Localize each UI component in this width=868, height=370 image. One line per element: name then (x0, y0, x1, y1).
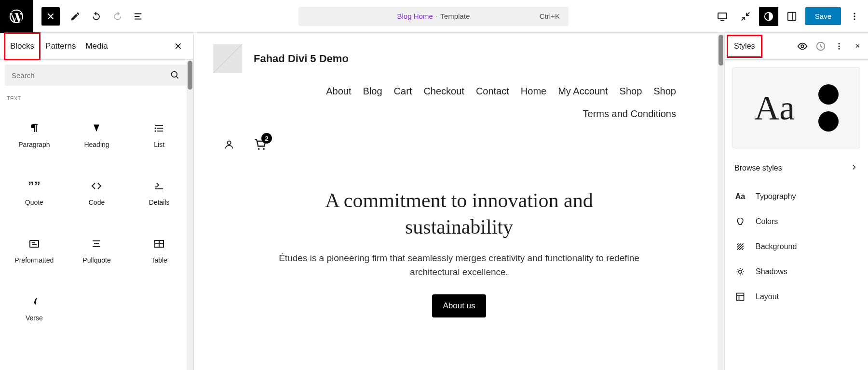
nav-link[interactable]: My Account (558, 86, 608, 97)
svg-rect-0 (718, 13, 727, 19)
tab-media[interactable]: Media (81, 34, 112, 59)
nav-link[interactable]: About (326, 86, 351, 97)
block-paragraph[interactable]: Paragraph (3, 106, 66, 164)
list-view-button[interactable] (129, 7, 149, 26)
chevron-right-icon (850, 163, 858, 173)
styles-panel: Styles ✕ Aa Browse styles (724, 33, 868, 370)
wordpress-logo[interactable] (0, 0, 33, 33)
close-inserter-button[interactable] (41, 7, 60, 26)
block-verse[interactable]: Verse (3, 279, 66, 337)
svg-rect-9 (30, 240, 39, 247)
title-separator: · (436, 13, 438, 20)
verse-icon (27, 295, 41, 308)
document-title-bar[interactable]: Blog Home · Template Ctrl+K (298, 7, 569, 26)
styles-background-row[interactable]: Background (733, 234, 859, 259)
table-icon (152, 237, 166, 251)
canvas-scrollbar-thumb[interactable] (719, 35, 723, 66)
cart-icon[interactable]: 2 (254, 138, 267, 153)
more-menu-icon[interactable] (830, 38, 848, 55)
svg-point-12 (258, 148, 260, 150)
svg-point-16 (839, 43, 840, 44)
revisions-icon[interactable] (812, 38, 829, 55)
shadows-icon (734, 266, 746, 278)
svg-point-19 (739, 270, 742, 274)
undo-button[interactable] (87, 7, 106, 26)
save-button[interactable]: Save (805, 7, 841, 25)
tab-styles[interactable]: Styles (727, 35, 762, 58)
scrollbar-thumb[interactable] (188, 61, 192, 90)
block-table[interactable]: Table (128, 222, 190, 279)
svg-point-6 (172, 72, 177, 78)
style-preview-card[interactable]: Aa (732, 67, 860, 148)
styles-shadows-row[interactable]: Shadows (733, 259, 859, 284)
svg-point-17 (839, 45, 840, 47)
close-panel-icon[interactable]: ✕ (170, 39, 186, 54)
nav-link[interactable]: Terms and Conditions (281, 108, 676, 119)
site-title[interactable]: Fahad Divi 5 Demo (254, 53, 349, 65)
list-icon (152, 121, 166, 135)
category-label: TEXT (0, 91, 193, 103)
typography-preview: Aa (754, 88, 795, 128)
cart-count-badge: 2 (261, 133, 272, 144)
svg-point-13 (263, 148, 265, 150)
user-account-icon[interactable] (224, 139, 234, 151)
svg-point-14 (801, 45, 804, 48)
svg-point-4 (854, 15, 855, 17)
block-inserter-panel: Blocks Patterns Media ✕ TEXT Paragraph H… (0, 33, 194, 370)
template-label: Template (440, 12, 470, 20)
nav-link[interactable]: Contact (476, 86, 509, 97)
preformatted-icon (27, 237, 41, 251)
background-icon (734, 241, 746, 252)
tab-blocks[interactable]: Blocks (4, 32, 41, 60)
editor-canvas[interactable]: Fahad Divi 5 Demo About Blog Cart Checko… (194, 33, 724, 370)
heading-icon (90, 121, 103, 135)
hero-heading[interactable]: A commitment to innovation and sustainab… (276, 187, 642, 240)
swatch-dark (818, 84, 839, 105)
tab-patterns[interactable]: Patterns (41, 34, 81, 59)
layout-icon (734, 291, 746, 303)
close-panel-icon[interactable]: ✕ (849, 38, 866, 55)
details-icon (152, 179, 166, 193)
block-pullquote[interactable]: Pullquote (66, 222, 128, 279)
svg-point-18 (839, 48, 840, 49)
edit-tool-button[interactable] (66, 7, 85, 26)
styles-toggle-button[interactable] (759, 7, 778, 26)
block-heading[interactable]: Heading (66, 106, 128, 164)
block-code[interactable]: Code (66, 164, 128, 222)
canvas-scrollbar-track[interactable] (718, 33, 724, 370)
scrollbar-track[interactable] (187, 60, 193, 370)
styles-typography-row[interactable]: AaTypography (733, 184, 859, 209)
swatch-dark (818, 111, 839, 132)
nav-link[interactable]: Shop (620, 86, 642, 97)
about-us-button[interactable]: About us (432, 294, 486, 317)
search-input[interactable] (5, 65, 189, 86)
browse-styles-row[interactable]: Browse styles (725, 156, 868, 180)
quote-icon: ”” (27, 179, 41, 193)
block-quote[interactable]: ””Quote (3, 164, 66, 222)
colors-icon (734, 216, 746, 227)
options-menu-button[interactable] (845, 7, 864, 26)
block-preformatted[interactable]: Preformatted (3, 222, 66, 279)
nav-menu[interactable]: About Blog Cart Checkout Contact Home My… (281, 78, 676, 127)
block-details[interactable]: Details (128, 164, 190, 222)
settings-panel-button[interactable] (782, 7, 801, 26)
nav-link[interactable]: Home (521, 86, 546, 97)
block-list[interactable]: List (128, 106, 190, 164)
zoom-out-button[interactable] (736, 7, 755, 26)
nav-link[interactable]: Checkout (423, 86, 464, 97)
svg-point-3 (854, 13, 855, 14)
svg-point-5 (854, 18, 855, 20)
nav-link[interactable]: Cart (394, 86, 412, 97)
hero-text[interactable]: Études is a pioneering firm that seamles… (276, 251, 642, 279)
page-name: Blog Home (397, 12, 433, 20)
device-preview-button[interactable] (713, 7, 732, 26)
shortcut-hint: Ctrl+K (540, 12, 560, 20)
typography-icon: Aa (734, 191, 746, 202)
nav-link[interactable]: Shop (653, 86, 676, 97)
nav-link[interactable]: Blog (363, 86, 382, 97)
styles-colors-row[interactable]: Colors (733, 209, 859, 234)
redo-button[interactable] (108, 7, 127, 26)
style-book-icon[interactable] (794, 38, 811, 55)
site-logo-placeholder[interactable] (213, 44, 242, 73)
styles-layout-row[interactable]: Layout (733, 284, 859, 309)
